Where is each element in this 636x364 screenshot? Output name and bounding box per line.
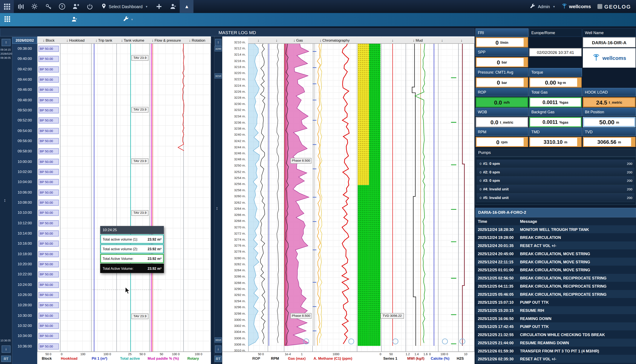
- track-header-calcite[interactable]: ↓: [441, 37, 443, 44]
- legend-scale: 0: [61, 352, 63, 356]
- message-row[interactable]: 2025/12/24 20:01:35RESET ACT VOL +/-: [476, 242, 636, 250]
- time-chart[interactable]: TAV 23.9TAV 23.9TAV 23.9TAV 23.9TAV 23.9…: [60, 44, 211, 352]
- time-cell: 10:06:00: [12, 187, 37, 198]
- message-row[interactable]: 2025/12/24 20:45:00BREAK CIRCULATION, MO…: [476, 250, 636, 258]
- legend-scale: 100 0: [172, 352, 179, 356]
- depth-label: 3304 m.: [222, 329, 248, 335]
- log-bars-icon: [18, 4, 24, 10]
- message-row[interactable]: 2025/12/25 01:01:00BREAK CIRCULATION, MO…: [476, 266, 636, 274]
- resize-handle-icon[interactable]: ↕: [4, 198, 6, 202]
- chroma-orange: [317, 39, 320, 346]
- message-row[interactable]: 2025/12/25 05:46:05BREAK CIRCULATION, RE…: [476, 290, 636, 298]
- gas-fill: [285, 39, 309, 346]
- user-session-button[interactable]: [166, 0, 180, 13]
- user-tool-button[interactable]: [68, 14, 80, 25]
- depth-label: 3244 m.: [222, 144, 248, 150]
- depth-column: 3210 m.3212 m.3214 m.3216 m.3218 m.3220 …: [222, 37, 248, 364]
- column-header-hookload[interactable]: ↓ Hookload: [66, 37, 84, 44]
- mud-black-step: [412, 39, 416, 346]
- message-row[interactable]: 2025/12/24 19:28:00BREAK CIRCULATION: [476, 233, 636, 242]
- message-row[interactable]: 2025/12/25 04:11:35BREAK CIRCULATION, RE…: [476, 282, 636, 290]
- app-launcher-button[interactable]: [0, 0, 14, 13]
- message-row[interactable]: 2025/12/24 22:11:15BREAK CIRCULATION, MO…: [476, 258, 636, 266]
- depth-label: 3264 m.: [222, 206, 248, 212]
- settings-button[interactable]: [28, 0, 41, 13]
- track-header-rpm[interactable]: ↓: [276, 37, 278, 44]
- message-row[interactable]: 2025/12/25 15:20:15RESUME RIH: [476, 306, 636, 314]
- scroll-down-button[interactable]: ↓: [215, 346, 221, 353]
- message-text: CIRCULATION WHILE CHECKING TDS BREAK: [520, 332, 636, 337]
- depth-chart[interactable]: Phase 8.500 Phase 8.500 TVD 3056.22: [248, 37, 475, 352]
- depth-label: 3214 m.: [222, 52, 248, 58]
- block-chip: BP 50.00: [39, 46, 59, 52]
- track-header-chromatography[interactable]: ↓ Chromatography: [320, 37, 350, 44]
- message-row[interactable]: 2025/12/25 17:42:45PUMP OUT TTK: [476, 322, 636, 330]
- messages-table[interactable]: 2025/12/24 18:28:30MONITOR WELL TROUGH T…: [476, 225, 636, 364]
- total-gas-value: 0.0011%gas: [529, 97, 582, 108]
- column-header-flow-pressure[interactable]: ↓ Flow & pressure: [152, 37, 181, 44]
- scroll-up-button[interactable]: ↑: [2, 39, 11, 46]
- tools-key-button[interactable]: [41, 0, 55, 13]
- depth-label: 3236 m.: [222, 119, 248, 126]
- user-icon: [170, 3, 176, 10]
- antenna-icon: [561, 3, 567, 10]
- resize-handle-icon[interactable]: ↕: [216, 206, 218, 211]
- track-header-h2s[interactable]: ↓: [461, 37, 462, 44]
- block-chip: BP 50.00: [39, 138, 59, 144]
- realtime-button[interactable]: RT: [215, 356, 222, 362]
- message-row[interactable]: 2025/12/26 02:35:30RESET ACT VOL +/-: [476, 355, 636, 363]
- add-dashboard-button[interactable]: [152, 0, 166, 13]
- rpm-header: RPM: [476, 128, 529, 136]
- message-row[interactable]: 2025/12/25 21:44:00RESUME REAMING DOWN: [476, 339, 636, 347]
- legend-scale: 0: [429, 352, 431, 356]
- time-cell: 10:36:00: [12, 341, 37, 352]
- power-button[interactable]: [83, 0, 97, 13]
- pumps-panel: 0#1: 0 spm2000#2: 0 spm2000#3: 0 spm2000…: [476, 157, 636, 205]
- message-time: 2025/12/25 05:46:05: [476, 292, 520, 296]
- legend-label: Calcite (%): [431, 356, 450, 360]
- grid-menu-button[interactable]: [2, 14, 13, 25]
- message-row[interactable]: 2025/12/25 02:56:50BREAK CIRCULATION, RE…: [476, 274, 636, 282]
- block-row: BP 50.00: [38, 321, 60, 331]
- tools-dropdown-button[interactable]: ▾: [120, 14, 136, 25]
- message-row[interactable]: 2025/12/24 18:28:30MONITOR WELL TROUGH T…: [476, 225, 636, 233]
- block-chip: BP 50.00: [39, 220, 59, 226]
- grid-icon: [4, 4, 10, 10]
- block-row: BP 50.00: [38, 146, 60, 157]
- tvd-header: TVD: [582, 128, 636, 136]
- column-header-tank-volume[interactable]: ↓ Tank volume: [121, 37, 144, 44]
- help-button[interactable]: ?: [55, 0, 69, 13]
- realtime-button[interactable]: RT: [1, 356, 11, 362]
- add-user-button[interactable]: [69, 0, 83, 13]
- legend-scale: 1: [301, 352, 303, 356]
- message-time: 2025/12/24 20:45:00: [476, 251, 520, 256]
- track-header-gas[interactable]: ↓ Gas: [293, 37, 303, 44]
- scroll-up-button[interactable]: ↑: [215, 39, 221, 46]
- column-header-rotation[interactable]: ↓ Rotation: [189, 37, 205, 44]
- depth-label: 3254 m.: [222, 175, 248, 181]
- time-chart-legend: 50 00100100 02550 050100 0100 0BlockHook…: [37, 352, 211, 364]
- message-row[interactable]: 2025/12/26 01:59:30TRANSFER FROM PIT 3 T…: [476, 346, 636, 355]
- track-header-rop[interactable]: ↓: [258, 37, 259, 44]
- legend-scale: 100: [80, 352, 86, 356]
- track-header-series[interactable]: ↓: [392, 37, 393, 44]
- log-viewer-button[interactable]: [14, 0, 28, 13]
- message-row[interactable]: 2025/12/25 16:06:50REAMING DOWN: [476, 314, 636, 322]
- track-header-mud[interactable]: ↓ Mud: [413, 37, 422, 44]
- time-cell: 10:20:00: [12, 259, 37, 269]
- log-title: MASTER LOG MD: [0, 28, 475, 36]
- dashboard-selector[interactable]: Select Dashboard ▾: [97, 0, 152, 13]
- depth-label: 3288 m.: [222, 280, 248, 286]
- topbar: ? Select Dashboard ▾ ▲ Admin ▾: [0, 0, 636, 13]
- column-header-block[interactable]: ↓ Block: [43, 37, 55, 44]
- message-text: TRANSFER FROM PIT 3 TO PIT 1 (4 M3/HR): [520, 348, 636, 353]
- fri-value: 0l/min: [476, 37, 529, 48]
- scroll-down-button[interactable]: ↓: [2, 346, 11, 353]
- message-row[interactable]: 2025/12/25 15:07:10PUMP OUT TTK: [476, 298, 636, 306]
- message-row[interactable]: 2025/12/26PUMPING FROM PIT 3 TO PIT 1: [476, 363, 636, 364]
- alerts-button[interactable]: ▲: [180, 0, 194, 13]
- block-row: BP 50.00: [38, 74, 60, 85]
- column-header-trip-tank[interactable]: ↓ Trip tank: [95, 37, 112, 44]
- admin-menu[interactable]: Admin ▾: [530, 4, 555, 10]
- message-row[interactable]: 2025/12/25 21:32:55CIRCULATION WHILE CHE…: [476, 330, 636, 339]
